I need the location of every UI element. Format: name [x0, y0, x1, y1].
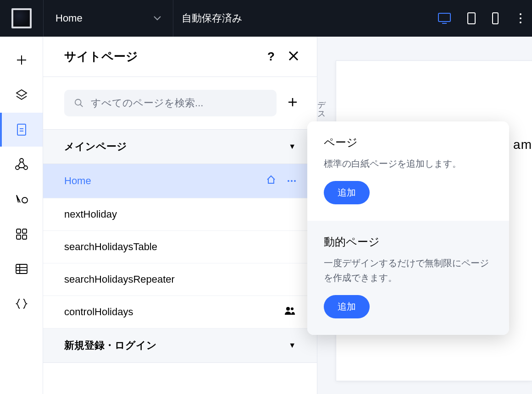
pages-panel: サイトページ ? メインページ ▼ Home	[43, 37, 317, 394]
svg-rect-14	[22, 235, 27, 239]
popup-section-dynamic: 動的ページ 一度デザインするだけで無制限にページを作成できます。 追加	[307, 221, 509, 335]
page-item[interactable]: nextHoliday	[43, 198, 317, 231]
section-auth-pages[interactable]: 新規登録・ログイン ▼	[43, 328, 317, 363]
svg-rect-2	[468, 13, 475, 24]
canvas-text-fragment: am	[513, 137, 532, 152]
panel-header: サイトページ ?	[43, 37, 317, 77]
add-page-popup: ページ 標準の白紙ページを追加します。 追加 動的ページ 一度デザインするだけで…	[307, 121, 509, 335]
search-box[interactable]	[64, 90, 277, 116]
layers-icon[interactable]	[0, 78, 43, 112]
add-dynamic-page-button[interactable]: 追加	[324, 295, 370, 318]
page-item-home[interactable]: Home	[43, 164, 317, 198]
popup-page-title: ページ	[324, 135, 493, 150]
collapse-icon: ▼	[288, 142, 296, 151]
svg-rect-3	[493, 13, 498, 24]
data-icon[interactable]	[0, 148, 43, 181]
section-main-pages[interactable]: メインページ ▼	[43, 130, 317, 164]
add-blank-page-button[interactable]: 追加	[324, 181, 370, 204]
save-status: 自動保存済み	[173, 11, 438, 25]
desktop-icon[interactable]	[438, 12, 451, 24]
search-input[interactable]	[91, 97, 266, 109]
svg-rect-11	[17, 229, 21, 233]
section-label: 新規登録・ログイン	[64, 339, 157, 352]
mobile-icon[interactable]	[492, 12, 499, 25]
page-more-icon[interactable]	[288, 180, 296, 182]
top-bar: Home 自動保存済み	[0, 0, 532, 37]
help-icon[interactable]: ?	[267, 49, 275, 64]
brand-logo[interactable]	[0, 8, 43, 28]
svg-point-9	[24, 166, 28, 170]
page-item[interactable]: controlHolidays	[43, 296, 317, 328]
add-page-button[interactable]	[286, 95, 299, 111]
page-item[interactable]: searchHolidaysTable	[43, 231, 317, 263]
add-panel-icon[interactable]	[0, 43, 43, 77]
page-label: searchHolidaysRepeater	[64, 274, 296, 285]
collapse-icon: ▼	[288, 341, 296, 350]
current-page-name: Home	[55, 12, 83, 24]
svg-point-22	[291, 307, 294, 310]
svg-rect-0	[438, 13, 450, 22]
home-icon	[266, 174, 277, 188]
svg-rect-13	[17, 235, 21, 239]
code-icon[interactable]	[0, 287, 43, 321]
search-row	[43, 77, 317, 130]
chevron-down-icon	[154, 15, 161, 22]
popup-page-desc: 標準の白紙ページを追加します。	[324, 156, 493, 171]
canvas-side-label: デス	[317, 101, 326, 118]
table-icon[interactable]	[0, 252, 43, 286]
svg-rect-15	[16, 264, 27, 274]
page-selector[interactable]: Home	[43, 0, 173, 37]
panel-title: サイトページ	[64, 49, 138, 65]
styles-icon[interactable]	[0, 182, 43, 216]
popup-section-page: ページ 標準の白紙ページを追加します。 追加	[307, 121, 509, 221]
pages-icon[interactable]	[0, 113, 43, 147]
svg-rect-12	[22, 229, 27, 233]
popup-dynamic-desc: 一度デザインするだけで無制限にページを作成できます。	[324, 256, 493, 285]
svg-point-8	[16, 166, 19, 170]
page-label: searchHolidaysTable	[64, 241, 296, 253]
tablet-icon[interactable]	[467, 12, 476, 25]
svg-line-20	[80, 104, 83, 107]
left-rail	[0, 37, 43, 394]
apps-icon[interactable]	[0, 217, 43, 251]
page-label: controlHolidays	[64, 306, 284, 318]
page-label: Home	[64, 175, 266, 187]
svg-point-10	[22, 197, 28, 203]
svg-rect-4	[17, 124, 26, 135]
more-menu-icon[interactable]	[515, 13, 524, 23]
close-icon[interactable]	[288, 50, 299, 63]
page-list: Home nextHoliday searchHolidaysTable sea…	[43, 164, 317, 328]
page-item[interactable]: searchHolidaysRepeater	[43, 263, 317, 296]
device-switcher	[438, 12, 532, 25]
svg-point-21	[286, 307, 290, 311]
svg-point-19	[75, 99, 81, 105]
page-label: nextHoliday	[64, 208, 296, 220]
members-icon	[284, 306, 296, 318]
section-label: メインページ	[64, 140, 127, 153]
popup-dynamic-title: 動的ページ	[324, 235, 493, 249]
search-icon	[74, 98, 83, 108]
